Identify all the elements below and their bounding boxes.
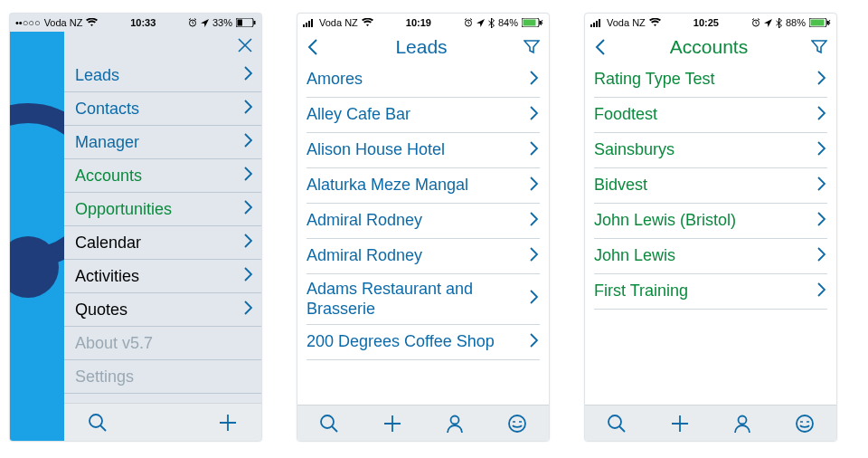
close-icon[interactable]	[236, 36, 254, 54]
filter-icon[interactable]	[524, 40, 540, 54]
menu-item-calendar[interactable]: Calendar	[64, 226, 261, 260]
battery-percent: 84%	[498, 17, 518, 28]
menu-item-contacts[interactable]: Contacts	[64, 92, 261, 126]
wifi-icon	[362, 18, 373, 27]
carrier-label: Voda NZ	[607, 17, 646, 28]
svg-point-26	[609, 415, 621, 428]
location-icon	[476, 19, 485, 27]
menu-item-quotes[interactable]: Quotes	[64, 293, 261, 327]
svg-rect-19	[593, 23, 595, 27]
alarm-icon	[464, 18, 473, 27]
list-row[interactable]: Bidvest	[594, 168, 827, 204]
clock: 10:19	[406, 17, 431, 28]
search-icon[interactable]	[607, 414, 627, 434]
person-icon[interactable]	[733, 414, 751, 434]
chevron-right-icon	[529, 177, 538, 196]
svg-rect-2	[238, 20, 243, 26]
svg-rect-20	[596, 21, 598, 27]
add-icon[interactable]	[382, 414, 402, 434]
menu-item-leads[interactable]: Leads	[64, 59, 261, 92]
phone-menu: ••○○○ Voda NZ 10:33 33% LeadsContactsMan…	[9, 13, 262, 442]
svg-point-17	[509, 415, 525, 432]
wifi-icon	[649, 18, 661, 27]
person-icon[interactable]	[446, 414, 464, 434]
list-row-label: Rating Type Test	[594, 70, 723, 90]
chevron-right-icon	[529, 106, 538, 125]
menu-item-label: Calendar	[75, 234, 141, 253]
status-bar: Voda NZ 10:19 84%	[297, 14, 549, 32]
list-row-label: Admiral Rodney	[307, 211, 431, 231]
menu-item-opportunities[interactable]: Opportunities	[64, 193, 261, 226]
chevron-right-icon	[243, 100, 252, 119]
svg-point-6	[90, 415, 102, 427]
chevron-right-icon	[529, 71, 538, 90]
signal-bars-icon	[303, 18, 316, 27]
svg-rect-10	[311, 19, 313, 27]
list-row[interactable]: Rating Type Test	[594, 62, 827, 98]
list-row[interactable]: John Lewis (Bristol)	[594, 204, 827, 239]
svg-point-28	[797, 415, 813, 432]
bottom-toolbar	[585, 405, 836, 441]
menu-item-accounts[interactable]: Accounts	[64, 159, 261, 193]
svg-point-27	[739, 415, 747, 424]
list-row-label: 200 Degrees Coffee Shop	[307, 332, 504, 352]
app-background-strip	[10, 32, 64, 441]
list-row-label: Foodtest	[594, 105, 666, 125]
menu-item-label: Leads	[75, 66, 119, 85]
list-row[interactable]: Foodtest	[594, 98, 827, 133]
chevron-right-icon	[816, 282, 826, 301]
back-icon[interactable]	[594, 38, 607, 56]
list-row-label: First Training	[594, 281, 697, 301]
list-row[interactable]: Adams Restaurant and Brasserie	[307, 274, 540, 325]
battery-charging-icon	[522, 18, 543, 27]
add-icon[interactable]	[670, 414, 690, 434]
drawer-toolbar	[64, 403, 261, 441]
search-icon[interactable]	[319, 414, 339, 434]
alarm-icon	[751, 18, 760, 27]
list-row[interactable]: Amores	[307, 62, 540, 98]
chevron-right-icon	[243, 267, 252, 286]
list-row[interactable]: Admiral Rodney	[307, 239, 540, 274]
list-row[interactable]: Alaturka Meze Mangal	[307, 168, 540, 204]
list-row[interactable]: Admiral Rodney	[307, 204, 540, 239]
svg-point-15	[321, 415, 334, 428]
status-bar: Voda NZ 10:25 88%	[585, 14, 836, 32]
carrier-label: Voda NZ	[319, 17, 358, 28]
menu-item-manager[interactable]: Manager	[64, 126, 261, 159]
add-icon[interactable]	[218, 413, 238, 433]
smiley-icon[interactable]	[795, 414, 815, 434]
clock: 10:25	[693, 17, 719, 28]
chevron-right-icon	[529, 247, 538, 266]
svg-point-4	[10, 113, 64, 258]
bottom-toolbar	[297, 405, 549, 441]
menu-item-about-v5-7[interactable]: About v5.7	[64, 327, 261, 360]
smiley-icon[interactable]	[507, 414, 527, 434]
menu-item-settings[interactable]: Settings	[64, 360, 261, 394]
list-row[interactable]: 200 Degrees Coffee Shop	[307, 325, 540, 360]
bluetooth-icon	[776, 18, 782, 28]
page-title: Accounts	[670, 36, 748, 58]
nav-bar: Accounts	[585, 32, 836, 62]
filter-icon[interactable]	[811, 40, 827, 54]
list-row[interactable]: First Training	[594, 274, 827, 310]
search-icon[interactable]	[88, 413, 108, 433]
list-row[interactable]: Alley Cafe Bar	[307, 98, 540, 133]
menu-item-label: Activities	[75, 267, 139, 286]
chevron-right-icon	[529, 212, 538, 231]
back-icon[interactable]	[307, 38, 319, 56]
chevron-right-icon	[816, 141, 826, 160]
menu-item-label: Settings	[75, 367, 134, 386]
menu-item-label: Quotes	[75, 301, 127, 320]
list-row[interactable]: Sainsburys	[594, 133, 827, 168]
list-row[interactable]: John Lewis	[594, 239, 827, 274]
menu-item-activities[interactable]: Activities	[64, 260, 261, 293]
list-row[interactable]: Alison House Hotel	[307, 133, 540, 168]
location-icon	[764, 19, 772, 27]
chevron-right-icon	[529, 290, 538, 309]
chevron-right-icon	[816, 106, 826, 125]
menu-item-label: Manager	[75, 133, 139, 152]
battery-percent: 88%	[786, 17, 806, 28]
battery-charging-icon	[809, 18, 831, 27]
alarm-icon	[188, 18, 197, 27]
chevron-right-icon	[529, 141, 538, 160]
